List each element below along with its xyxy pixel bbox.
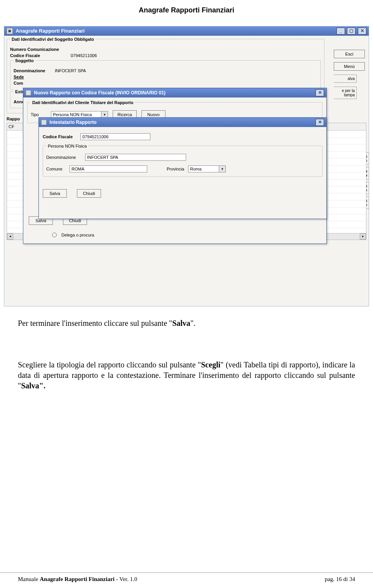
label-rapporti: Rappo	[7, 117, 20, 121]
group-dati-identificativi: Dati Identificativi del Soggetto Obbliga…	[10, 37, 96, 42]
cf-input[interactable]	[80, 133, 150, 140]
label-denominazione-m2: Denominazione	[46, 155, 81, 160]
paragraph-1: Per terminare l'inserimento cliccare sul…	[18, 318, 355, 329]
label-codice-fiscale: Codice Fiscale	[10, 53, 49, 58]
label-numero-comunicazione: Numero Comunicazione	[10, 47, 59, 52]
app-icon: ▣	[7, 28, 13, 34]
text: ".	[190, 319, 195, 327]
stampa-line1: e per la	[342, 89, 355, 93]
scroll-right-icon[interactable]: ▸	[360, 233, 366, 240]
group-persona-non-fisica: Persona NON Fisica	[46, 144, 88, 148]
text: Per terminare l'inserimento cliccare sul…	[18, 319, 172, 327]
close-icon[interactable]: ✕	[358, 28, 366, 35]
document-header: Anagrafe Rapporti Finanziari	[0, 0, 373, 26]
stampa-button-partial[interactable]: e per la tampa	[334, 87, 357, 99]
label-denominazione: Denominazione	[14, 68, 52, 73]
value-codice-fiscale: 07945211006	[71, 53, 97, 58]
label-delega-procura: Delega o procura	[61, 233, 94, 237]
text-bold: Scegli	[201, 360, 220, 369]
modal-intestatario-rapporto: Intestatario Rapporto ✕ Codice Fiscale P…	[38, 117, 327, 219]
page-footer: Manuale Anagrafe Rapporti Finanziari - V…	[0, 572, 373, 588]
chevron-down-icon[interactable]: ▾	[219, 165, 226, 172]
denominazione-input[interactable]	[85, 154, 186, 161]
provincia-select[interactable]	[188, 165, 219, 172]
group-cliente-titolare: Dati Identificativi del Cliente Titolare…	[31, 100, 135, 105]
delega-radio[interactable]	[52, 233, 57, 237]
stampa-line2: tampa	[344, 93, 355, 97]
modal2-chiudi-button[interactable]: Chiudi	[77, 189, 101, 198]
main-title: Anagrafe Rapporti Finanziari	[16, 28, 85, 34]
text: Scegliere la tipologia del rapporto clic…	[18, 360, 201, 369]
footer-title: Anagrafe Rapporti Finanziari	[40, 576, 115, 582]
modal1-title: Nuovo Rapporto con Codice Fiscale (INVIO…	[34, 90, 166, 96]
modal-icon	[26, 90, 31, 96]
text-bold: Salva".	[21, 381, 45, 390]
comune-input[interactable]	[70, 165, 147, 172]
text-bold: Salva	[172, 319, 190, 327]
label-provincia: Provincia	[167, 167, 184, 171]
menu-button[interactable]: Menù	[334, 62, 365, 71]
close-icon[interactable]: ✕	[315, 119, 324, 126]
scroll-left-icon[interactable]: ◂	[7, 233, 13, 240]
label-com: Com	[14, 81, 52, 85]
modal-icon	[41, 120, 47, 125]
label-cf-modal2: Codice Fiscale	[43, 134, 73, 139]
label-tipo: Tipo	[31, 112, 46, 117]
footer-version: - Ver. 1.0	[115, 576, 137, 582]
modal2-salva-button[interactable]: Salva	[43, 189, 67, 198]
footer-page-number: pag. 16 di 34	[325, 576, 355, 583]
esci-button[interactable]: Esci	[334, 50, 365, 58]
label-sede: Sede	[14, 75, 52, 79]
main-titlebar: ▣ Anagrafe Rapporti Finanziari _ ▢ ✕	[4, 26, 369, 36]
modal2-title: Intestatario Rapporto	[49, 120, 96, 125]
salva-button-partial[interactable]: alva	[334, 75, 357, 83]
close-icon[interactable]: ✕	[315, 89, 324, 96]
value-denominazione: INFOCERT SPA	[55, 68, 86, 73]
app-screenshot: ▣ Anagrafe Rapporti Finanziari _ ▢ ✕ Esc…	[4, 26, 369, 306]
label-comune: Comune	[46, 167, 66, 171]
group-soggetto: Soggetto	[14, 58, 35, 63]
footer-text: Manuale	[18, 576, 40, 582]
maximize-icon[interactable]: ▢	[347, 28, 356, 35]
minimize-icon[interactable]: _	[336, 28, 345, 35]
paragraph-2: Scegliere la tipologia del rapporto clic…	[18, 360, 355, 391]
